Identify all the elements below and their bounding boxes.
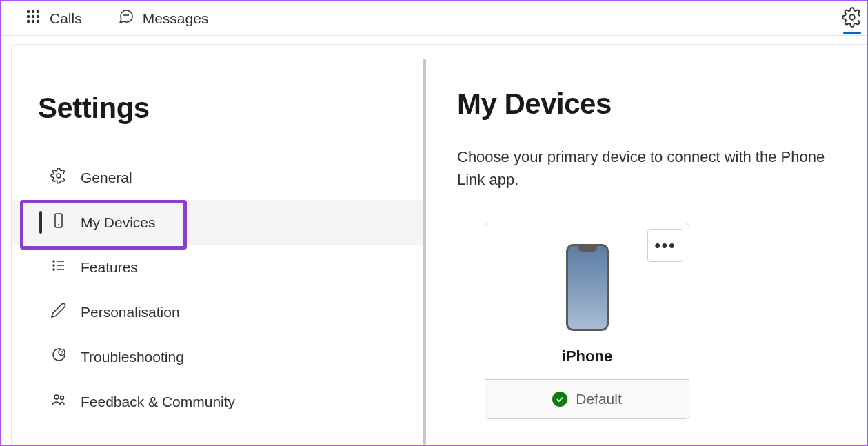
check-circle-icon bbox=[552, 392, 567, 407]
svg-point-19 bbox=[53, 269, 54, 270]
svg-point-17 bbox=[53, 261, 54, 262]
gear-icon bbox=[50, 168, 67, 187]
page-description: Choose your primary device to connect wi… bbox=[457, 145, 842, 191]
nav-item-label: Personalisation bbox=[81, 304, 180, 321]
settings-nav: General My Devices Features Persona bbox=[12, 155, 423, 424]
device-status-label: Default bbox=[576, 391, 622, 407]
phone-icon bbox=[50, 212, 67, 232]
device-status-bar: Default bbox=[485, 379, 689, 418]
svg-point-18 bbox=[53, 265, 54, 266]
nav-item-label: General bbox=[81, 170, 132, 186]
svg-point-11 bbox=[57, 174, 61, 178]
svg-point-3 bbox=[28, 16, 30, 18]
svg-point-6 bbox=[28, 21, 30, 23]
people-icon bbox=[50, 392, 67, 412]
svg-point-23 bbox=[61, 396, 64, 400]
device-name: iPhone bbox=[562, 347, 612, 365]
tab-label: Messages bbox=[143, 10, 209, 27]
settings-gear-button[interactable] bbox=[842, 7, 862, 30]
nav-item-troubleshooting[interactable]: ? Troubleshooting bbox=[12, 334, 423, 379]
svg-point-7 bbox=[32, 21, 34, 23]
device-card-body: ••• iPhone bbox=[485, 223, 689, 379]
svg-point-22 bbox=[54, 395, 59, 399]
active-tab-indicator bbox=[843, 32, 861, 34]
settings-sidebar: Settings General My Devices Features bbox=[12, 45, 423, 445]
help-icon: ? bbox=[50, 347, 67, 367]
nav-item-personalisation[interactable]: Personalisation bbox=[12, 290, 423, 334]
svg-text:?: ? bbox=[61, 350, 63, 355]
page-title: My Devices bbox=[457, 88, 842, 121]
svg-point-0 bbox=[28, 11, 30, 13]
nav-item-features[interactable]: Features bbox=[12, 245, 423, 290]
nav-item-my-devices[interactable]: My Devices bbox=[12, 200, 423, 245]
pen-icon bbox=[50, 302, 67, 322]
device-card[interactable]: ••• iPhone Default bbox=[485, 223, 689, 419]
svg-point-10 bbox=[849, 14, 855, 20]
main-content: My Devices Choose your primary device to… bbox=[423, 45, 867, 445]
svg-point-2 bbox=[37, 11, 39, 13]
svg-rect-12 bbox=[55, 214, 62, 227]
device-more-button[interactable]: ••• bbox=[647, 229, 683, 262]
panel-divider bbox=[423, 59, 426, 445]
active-indicator bbox=[39, 211, 42, 234]
nav-item-label: Features bbox=[81, 259, 138, 276]
svg-point-4 bbox=[32, 16, 34, 18]
nav-item-general[interactable]: General bbox=[12, 155, 423, 200]
chat-icon bbox=[118, 8, 134, 28]
device-image bbox=[566, 244, 609, 331]
nav-item-label: My Devices bbox=[81, 214, 156, 231]
settings-panel: Settings General My Devices Features bbox=[11, 44, 867, 445]
tab-calls[interactable]: Calls bbox=[15, 3, 92, 34]
list-icon bbox=[50, 257, 67, 277]
nav-item-label: Troubleshooting bbox=[81, 349, 184, 365]
tab-messages[interactable]: Messages bbox=[108, 3, 219, 34]
svg-point-5 bbox=[37, 16, 39, 18]
sidebar-title: Settings bbox=[38, 92, 423, 125]
app-topbar: Calls Messages bbox=[1, 1, 867, 36]
dialpad-icon bbox=[25, 8, 41, 28]
tab-label: Calls bbox=[50, 10, 82, 27]
svg-point-8 bbox=[37, 21, 39, 23]
nav-item-label: Feedback & Community bbox=[81, 394, 235, 410]
nav-item-feedback[interactable]: Feedback & Community bbox=[12, 379, 423, 424]
svg-point-1 bbox=[32, 11, 34, 13]
